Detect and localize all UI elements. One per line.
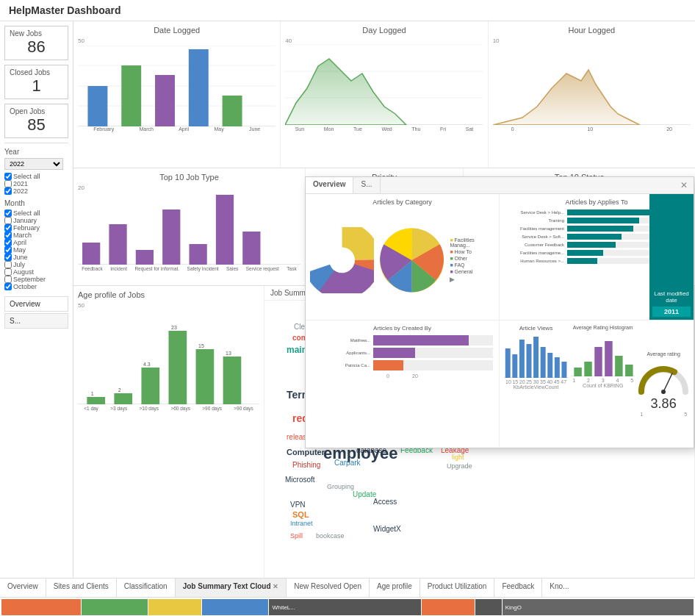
articles-by-category-pie bbox=[380, 227, 444, 293]
svg-text:23: 23 bbox=[171, 325, 177, 330]
svg-rect-42 bbox=[141, 368, 159, 404]
closed-jobs-value: 1 bbox=[10, 76, 63, 96]
month-jun-checkbox[interactable] bbox=[4, 254, 12, 261]
word-update: Update bbox=[353, 490, 376, 498]
svg-rect-61 bbox=[519, 340, 525, 378]
month-sep-checkbox[interactable] bbox=[4, 276, 12, 283]
article-views-panel: Article Views 101520253035404547 KbA bbox=[500, 320, 694, 447]
articles-by-category-title: Articles by Category bbox=[310, 198, 494, 206]
tab-classification[interactable]: Classification bbox=[117, 579, 176, 597]
word-bookcase: bookcase bbox=[316, 532, 345, 540]
svg-rect-63 bbox=[533, 337, 539, 378]
month-apr-checkbox[interactable] bbox=[4, 239, 12, 246]
svg-rect-9 bbox=[223, 96, 242, 126]
age-profile-chart: 1 2 4.3 23 15 13 bbox=[78, 309, 259, 404]
word-sql: SQL bbox=[292, 510, 309, 519]
word-phishing: Phishing bbox=[292, 461, 320, 469]
svg-rect-65 bbox=[547, 353, 552, 378]
word-widgetx: WidgetX bbox=[373, 525, 401, 533]
svg-rect-59 bbox=[505, 348, 511, 378]
svg-rect-20 bbox=[136, 250, 154, 265]
word-grouping: Grouping bbox=[327, 483, 354, 490]
popup-tab-overview[interactable]: Overview bbox=[306, 177, 353, 193]
svg-rect-40 bbox=[87, 397, 105, 404]
tab-overview-sidebar[interactable]: Overview bbox=[4, 296, 68, 312]
svg-rect-8 bbox=[189, 49, 209, 126]
treemap-row: WhiteL... KingO bbox=[73, 598, 695, 616]
svg-rect-21 bbox=[162, 209, 180, 265]
app-title-bar: HelpMaster Dashboard bbox=[0, 0, 695, 21]
tab-feedback[interactable]: Feedback bbox=[494, 579, 542, 597]
popup-tab-s[interactable]: S... bbox=[353, 177, 380, 193]
svg-rect-70 bbox=[584, 362, 591, 376]
avg-rating-title: Average rating bbox=[647, 351, 680, 357]
articles-by-category-panel: Articles by Category bbox=[306, 194, 500, 320]
tab-job-summary-text-cloud[interactable]: Job Summary Text Cloud ✕ bbox=[176, 579, 287, 597]
article-views-chart bbox=[504, 334, 568, 378]
open-jobs-value: 85 bbox=[10, 115, 63, 135]
tab-sites-clients[interactable]: Sites and Clients bbox=[73, 579, 117, 597]
month-aug-checkbox[interactable] bbox=[4, 268, 12, 276]
avg-rating-chart bbox=[571, 332, 635, 376]
open-jobs-label: Open Jobs bbox=[10, 107, 63, 115]
popup-tabs-bar: Overview S... ✕ bbox=[306, 177, 694, 194]
new-jobs-card: New Jobs 86 bbox=[4, 26, 68, 60]
month-select-all-checkbox[interactable] bbox=[4, 209, 12, 217]
popup-close-btn[interactable]: ✕ bbox=[674, 177, 694, 193]
date-logged-chart bbox=[78, 46, 276, 126]
svg-rect-19 bbox=[109, 224, 126, 265]
word-vpn: VPN bbox=[290, 501, 306, 509]
avg-rating-histogram-title: Average Rating Histogram bbox=[571, 325, 635, 330]
svg-text:2: 2 bbox=[118, 387, 121, 393]
svg-rect-18 bbox=[82, 243, 100, 265]
tab-kno[interactable]: Kno... bbox=[542, 579, 576, 597]
month-feb-checkbox[interactable] bbox=[4, 224, 12, 232]
articles-by-created-by-title: Articles by Created By bbox=[310, 325, 494, 332]
month-jul-checkbox[interactable] bbox=[4, 261, 12, 268]
year-select-all-checkbox[interactable] bbox=[4, 173, 12, 180]
svg-text:13: 13 bbox=[226, 351, 231, 356]
age-profile-panel: Age profile of Jobs 50 1 2 4.3 bbox=[73, 286, 264, 616]
articles-by-created-by-panel: Articles by Created By Matthew... Applic… bbox=[306, 320, 500, 447]
svg-rect-45 bbox=[223, 357, 242, 404]
avg-rating-gauge bbox=[638, 359, 689, 399]
svg-rect-43 bbox=[169, 331, 187, 404]
word-carpark: Carpark bbox=[334, 459, 361, 467]
word-computer: Computer bbox=[287, 448, 325, 456]
word-upgrade: Upgrade bbox=[447, 462, 472, 470]
closed-jobs-label: Closed Jobs bbox=[10, 68, 63, 76]
word-light: light bbox=[452, 454, 464, 461]
tab-age-profile[interactable]: Age profile bbox=[370, 579, 420, 597]
popup-content-area: Articles by Category bbox=[306, 194, 694, 447]
top10-jobtype-panel: Top 10 Job Type 20 FeedbackIncidentReque… bbox=[73, 168, 306, 285]
month-oct-checkbox[interactable] bbox=[4, 283, 12, 290]
avg-rating-value: 3.86 bbox=[651, 396, 677, 412]
svg-rect-74 bbox=[625, 365, 633, 376]
svg-marker-14 bbox=[285, 59, 406, 125]
tab-new-resolved-open[interactable]: New Resolved Open bbox=[287, 579, 370, 597]
date-logged-panel: Date Logged 50 bbox=[73, 21, 281, 168]
svg-rect-41 bbox=[114, 393, 132, 404]
month-may-checkbox[interactable] bbox=[4, 246, 12, 254]
svg-rect-22 bbox=[190, 244, 207, 265]
tab-product-utilization[interactable]: Product Utilization bbox=[420, 579, 495, 597]
year-select[interactable]: Select all 2021 2022 bbox=[4, 158, 63, 170]
tab-s-sidebar[interactable]: S... bbox=[4, 313, 68, 329]
svg-rect-7 bbox=[155, 75, 175, 126]
year-2022-checkbox[interactable] bbox=[4, 187, 12, 195]
word-microsoft: Microsoft bbox=[285, 476, 315, 484]
svg-point-76 bbox=[661, 390, 666, 394]
bottom-tabs-bar: Overview Sites and Clients Classificatio… bbox=[73, 579, 695, 598]
svg-rect-72 bbox=[605, 341, 612, 376]
svg-rect-23 bbox=[216, 195, 234, 265]
month-mar-checkbox[interactable] bbox=[4, 232, 12, 239]
svg-rect-67 bbox=[561, 362, 566, 378]
month-jan-checkbox[interactable] bbox=[4, 217, 12, 224]
last-modified-panel: Last modified date 2011 bbox=[649, 194, 694, 320]
svg-rect-60 bbox=[512, 354, 517, 378]
app-title: HelpMaster Dashboard bbox=[9, 4, 120, 16]
svg-rect-69 bbox=[574, 368, 581, 376]
year-2021-checkbox[interactable] bbox=[4, 180, 12, 187]
new-jobs-label: New Jobs bbox=[10, 29, 63, 37]
date-logged-title: Date Logged bbox=[78, 26, 276, 35]
